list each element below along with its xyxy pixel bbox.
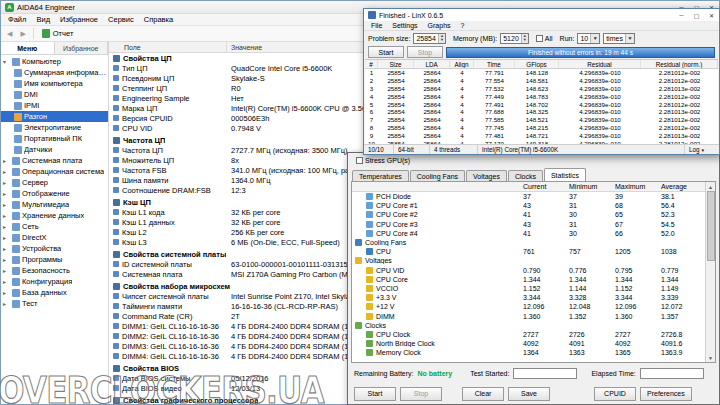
elapsed-label: Elapsed Time: xyxy=(591,370,635,377)
panel-tab[interactable]: Меню xyxy=(1,42,55,54)
column-header[interactable]: Time xyxy=(474,60,515,68)
sidebar-item[interactable]: ▸Безопасность xyxy=(1,265,108,276)
menu-item[interactable]: Файл xyxy=(3,15,31,24)
start-button[interactable]: Start xyxy=(354,387,396,401)
sidebar-item[interactable]: ▸Сервер xyxy=(1,177,108,188)
column-header[interactable]: Align xyxy=(450,60,474,68)
back-icon[interactable]: ◀ xyxy=(4,29,15,39)
stats-group-row: Clocks xyxy=(352,321,705,330)
close-icon[interactable]: ✕ xyxy=(704,9,719,21)
panel-tab[interactable]: Избранное xyxy=(55,42,109,54)
sidebar-item[interactable]: ▸DirectX xyxy=(1,232,108,243)
sidebar-item[interactable]: ▸Отображение xyxy=(1,188,108,199)
preferences-button[interactable]: Preferences xyxy=(640,387,692,401)
run-count-select[interactable]: 10 ▼ xyxy=(577,33,600,44)
sidebar-item-label: Мультимедиа xyxy=(22,200,69,209)
tab-voltages[interactable]: Voltages xyxy=(466,170,507,181)
save-button[interactable]: Save xyxy=(508,387,550,401)
maximize-icon[interactable]: ▢ xyxy=(689,9,704,21)
sidebar-item[interactable]: IPMI xyxy=(1,100,108,111)
sidebar-item[interactable]: ▸База данных xyxy=(1,287,108,298)
column-header[interactable]: # xyxy=(365,60,378,68)
stats-value: 1.344 xyxy=(658,276,704,283)
menu-item[interactable]: Избранное xyxy=(55,15,103,24)
test-started-label: Test Started: xyxy=(470,370,509,377)
stats-row: CPU Core #143316856.4 xyxy=(352,201,705,210)
column-header[interactable]: Residual (norm.) xyxy=(641,60,718,68)
memory-input[interactable]: 5120 ▲▼ xyxy=(500,33,529,44)
forward-icon[interactable]: ▶ xyxy=(17,29,28,39)
result-row: 52585425864477.491148.7024.296839e-0102.… xyxy=(365,100,718,108)
stop-button[interactable]: Stop xyxy=(400,387,442,401)
sidebar-item[interactable]: ▸Мультимедиа xyxy=(1,199,108,210)
tab-clocks[interactable]: Clocks xyxy=(508,170,543,181)
tab-cooling-fans[interactable]: Cooling Fans xyxy=(410,170,465,181)
scrollbar[interactable]: ▲ ▼ xyxy=(705,182,715,362)
run-unit-select[interactable]: times ▼ xyxy=(603,33,635,44)
stop-button[interactable]: Stop xyxy=(407,46,443,58)
result-cell: 25854 xyxy=(378,77,414,85)
spinner-arrows-icon[interactable]: ▲▼ xyxy=(521,34,528,43)
sidebar-item[interactable]: Разгон xyxy=(1,111,108,122)
start-button[interactable]: Start xyxy=(368,46,404,58)
sidebar-item[interactable]: ▸Системная плата xyxy=(1,155,108,166)
column-header[interactable]: LDA xyxy=(414,60,450,68)
stats-value: 1038 xyxy=(658,248,704,255)
sidebar-item[interactable]: ▸Сеть xyxy=(1,221,108,232)
result-cell: 25854 xyxy=(378,108,414,116)
status-segment[interactable]: Log▾ xyxy=(685,145,719,154)
menu-item[interactable]: Вид xyxy=(31,15,55,24)
menu-item[interactable]: ? xyxy=(456,22,470,29)
stats-value: 41 xyxy=(520,211,566,218)
stress-gpu-checkbox[interactable]: Stress GPU(s) xyxy=(356,157,410,164)
result-cell: 4 xyxy=(450,108,474,116)
scrollbar-thumb[interactable] xyxy=(707,191,715,261)
menu-item[interactable]: Graphs xyxy=(423,22,456,29)
field-label-cell: Множитель ЦП xyxy=(109,156,227,165)
field-label: Кэш L3 xyxy=(122,238,147,247)
sidebar-item[interactable]: Суммарная информация xyxy=(1,67,108,78)
problem-size-input[interactable]: 25854 ▲▼ xyxy=(413,33,445,44)
sidebar-item[interactable]: Имя компьютера xyxy=(1,78,108,89)
cpuid-button[interactable]: CPUID xyxy=(594,387,636,401)
column-header[interactable]: Size xyxy=(378,60,414,68)
column-header[interactable]: GFlops xyxy=(515,60,559,68)
menu-item[interactable]: File xyxy=(366,22,387,29)
field-icon xyxy=(113,353,119,359)
column-header[interactable]: Residual xyxy=(559,60,641,68)
sidebar-item[interactable]: Портативный ПК xyxy=(1,133,108,144)
linx-titlebar[interactable]: Finished - LinX 0.6.5 ─ ▢ ✕ xyxy=(364,9,719,21)
sidebar-item[interactable]: ▸Устройства xyxy=(1,243,108,254)
sidebar-item[interactable]: ▾Компьютер xyxy=(1,56,108,67)
all-checkbox[interactable]: All xyxy=(536,35,553,42)
field-icon xyxy=(113,239,119,245)
field-label: Множитель ЦП xyxy=(122,156,174,165)
sidebar-item[interactable]: Электропитание xyxy=(1,122,108,133)
temp-icon xyxy=(366,230,373,237)
sidebar-item[interactable]: ▸Тест xyxy=(1,298,108,309)
menu-item[interactable]: Справка xyxy=(139,15,178,24)
scroll-up-icon[interactable]: ▲ xyxy=(708,182,713,191)
menu-item[interactable]: Сервис xyxy=(103,15,139,24)
sidebar-item[interactable]: DMI xyxy=(1,89,108,100)
stats-value: 37 xyxy=(520,193,566,200)
sidebar-item[interactable]: ▸Хранение данных xyxy=(1,210,108,221)
menu-item[interactable]: Settings xyxy=(387,22,422,29)
column-header-field[interactable]: Поле xyxy=(109,42,227,52)
expand-icon: ▸ xyxy=(3,278,10,285)
spinner-arrows-icon[interactable]: ▲▼ xyxy=(438,34,445,43)
scroll-down-icon[interactable]: ▼ xyxy=(708,353,713,362)
stats-value: 1.152 xyxy=(520,285,566,292)
sidebar-item[interactable]: ▸Программы xyxy=(1,254,108,265)
report-button[interactable]: Отчет xyxy=(38,29,78,38)
sidebar-item-label: Электропитание xyxy=(24,123,81,132)
sidebar-item[interactable]: ▸Операционная система xyxy=(1,166,108,177)
minimize-icon[interactable]: ─ xyxy=(674,9,689,21)
clear-button[interactable]: Clear xyxy=(462,387,504,401)
sidebar-item[interactable]: Датчики xyxy=(1,144,108,155)
result-cell: 148.128 xyxy=(515,69,559,77)
result-cell: 25854 xyxy=(378,131,414,139)
sidebar-item[interactable]: ▸Конфигурация xyxy=(1,276,108,287)
tab-statistics[interactable]: Statistics xyxy=(544,168,586,181)
tab-temperatures[interactable]: Temperatures xyxy=(352,170,409,181)
